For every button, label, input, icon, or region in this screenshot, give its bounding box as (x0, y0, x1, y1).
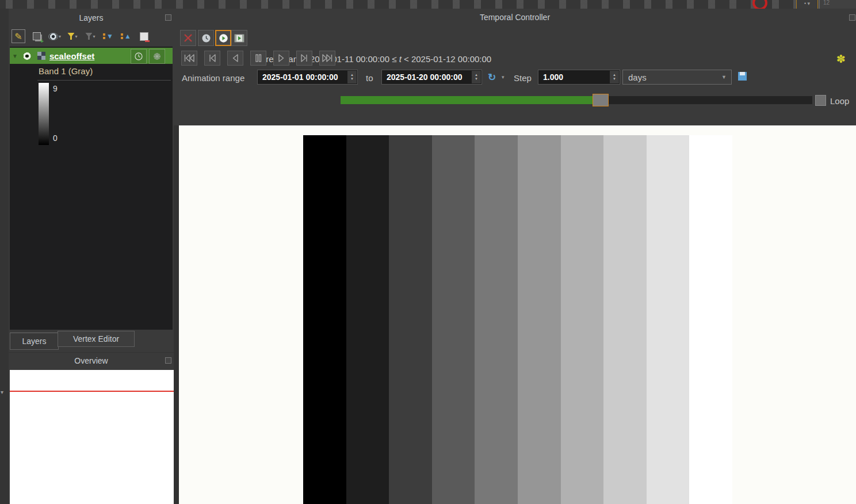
divider (37, 80, 171, 81)
layers-panel: Layers ✎ ▾ ▾ ▾ ▼ ▲ ▼ scaleoffset (9, 9, 174, 352)
loop-label: Loop (830, 96, 849, 106)
legend-min-value: 0 (53, 133, 58, 143)
raster-bar-8 (647, 135, 690, 504)
raster-bar-7 (603, 135, 647, 504)
band-label: Band 1 (Gray) (39, 66, 93, 76)
layer-name[interactable]: scaleoffset (49, 51, 94, 61)
float-panel-icon[interactable] (165, 14, 171, 21)
left-dock-edge: ▾ (0, 9, 9, 504)
main-toolbar: • ▾ 12 (0, 0, 856, 9)
raster-bar-6 (561, 135, 604, 504)
previous-frame-button[interactable] (204, 51, 220, 66)
layer-tree: ▼ scaleoffset Band 1 (Gray) 9 0 (10, 47, 173, 330)
animated-navigation-mode-button[interactable] (215, 30, 231, 46)
export-animation-button[interactable] (231, 30, 247, 46)
expand-all-icon (103, 33, 105, 39)
raster-layer-icon (37, 52, 45, 60)
step-unit-select[interactable]: days ▼ (622, 70, 732, 85)
rewind-to-start-button[interactable] (181, 51, 197, 66)
to-label: to (366, 73, 373, 83)
raster-bar-5 (518, 135, 561, 504)
raster-bar-4 (475, 135, 518, 504)
collapse-all-button[interactable]: ▲ (120, 30, 132, 43)
play-backward-button[interactable] (227, 51, 243, 66)
animation-range-row: Animation range 2025-01-01 00:00:00 ▲▼ t… (174, 70, 856, 87)
chevron-down-icon: ▾ (75, 34, 77, 39)
disable-temporal-navigation-button[interactable] (180, 30, 196, 46)
funnel-icon (67, 33, 74, 40)
locator-box[interactable]: 12 (819, 0, 856, 9)
float-panel-icon[interactable] (165, 357, 171, 364)
grayscale-legend-ramp (39, 83, 49, 145)
timeline-slider-handle[interactable] (593, 94, 609, 106)
animation-range-label: Animation range (182, 73, 244, 83)
temporal-clock-indicator-icon[interactable] (131, 49, 147, 64)
set-to-full-range-refresh-icon[interactable]: ↻ (488, 71, 496, 83)
legend-max-value: 9 (53, 84, 58, 93)
add-group-icon (33, 32, 41, 40)
collapse-all-icon (121, 33, 123, 39)
overview-extent-line (10, 391, 174, 392)
raster-bar-2 (389, 135, 432, 504)
layers-panel-toolbar: ✎ ▾ ▾ ▾ ▼ ▲ (12, 28, 171, 45)
chevron-down-icon[interactable]: ▾ (502, 74, 505, 80)
loop-checkbox[interactable] (815, 95, 826, 106)
add-group-button[interactable] (30, 30, 43, 43)
expand-caret-icon[interactable]: ▼ (12, 53, 18, 59)
pause-button[interactable] (250, 51, 266, 66)
layer-visibility-eye-icon[interactable] (21, 52, 33, 60)
raster-bar-1 (346, 135, 389, 504)
spinner-buttons[interactable]: ▲▼ (347, 71, 357, 83)
expand-all-button[interactable]: ▼ (102, 30, 114, 43)
raster-bar-3 (432, 135, 475, 504)
funnel-dim-icon (85, 33, 92, 40)
raster-bar-9 (689, 135, 732, 504)
timeline-slider[interactable] (341, 96, 812, 104)
temporal-controller-panel: Temporal Controller Current frame: 2025-… (174, 9, 856, 125)
chevron-down-icon: ▾ (93, 34, 95, 39)
step-value-input[interactable]: 1.000 ▲▼ (538, 70, 620, 85)
overview-map[interactable] (10, 370, 174, 504)
next-frame-button[interactable] (296, 51, 312, 66)
play-forward-button[interactable] (273, 51, 289, 66)
layers-panel-title: Layers (9, 13, 174, 22)
open-layer-styling-button[interactable]: ✎ (12, 29, 25, 43)
toolbar-options-button[interactable]: • ▾ (796, 0, 818, 9)
eye-icon (48, 33, 58, 40)
overview-panel-title: Overview (9, 356, 174, 365)
temporal-controller-title: Temporal Controller (174, 13, 856, 22)
spinner-buttons[interactable]: ▲▼ (472, 71, 481, 83)
chevron-down-icon: ▾ (59, 34, 61, 39)
tab-vertex-editor[interactable]: Vertex Editor (58, 331, 135, 347)
chevron-down-icon: ▼ (721, 74, 727, 80)
range-end-input[interactable]: 2025-01-20 00:00:00 ▲▼ (381, 70, 482, 85)
transport-row: Loop (174, 51, 856, 67)
dock-collapse-icon[interactable]: ▾ (1, 389, 3, 395)
step-label: Step (514, 73, 532, 83)
temporal-mode-row: Current frame: 2025-01-11 00:00:00 ≤ t <… (174, 30, 856, 47)
fixed-range-mode-button[interactable] (198, 30, 214, 46)
remove-layer-icon (140, 32, 148, 41)
range-start-input[interactable]: 2025-01-01 00:00:00 ▲▼ (257, 70, 358, 85)
filter-legend-button[interactable]: ▾ (66, 30, 79, 43)
float-panel-icon[interactable] (849, 14, 855, 21)
filter-legend-by-expression-button[interactable]: ▾ (84, 30, 97, 43)
raster-bar-0 (303, 135, 346, 504)
manage-map-themes-button[interactable]: ▾ (48, 30, 61, 43)
tab-layers[interactable]: Layers (10, 333, 59, 350)
paintbrush-icon: ✎ (14, 31, 22, 42)
timeline-slider-fill (341, 96, 593, 104)
map-canvas[interactable] (179, 125, 856, 504)
mesh-indicator-icon[interactable] (149, 49, 165, 64)
overview-panel: Overview (9, 353, 174, 504)
qgis-window: • ▾ 12 ▾ Layers ✎ ▾ ▾ ▾ ▼ ▲ ▼ scaleoffse… (0, 0, 856, 504)
skip-to-end-button[interactable] (319, 51, 335, 66)
spinner-buttons[interactable]: ▲▼ (610, 71, 619, 83)
remove-layer-button[interactable] (137, 30, 150, 43)
save-icon[interactable] (738, 72, 747, 81)
layer-item-scaleoffset[interactable]: ▼ scaleoffset (10, 48, 173, 64)
dock-tab-bar: Layers Vertex Editor (9, 330, 174, 353)
